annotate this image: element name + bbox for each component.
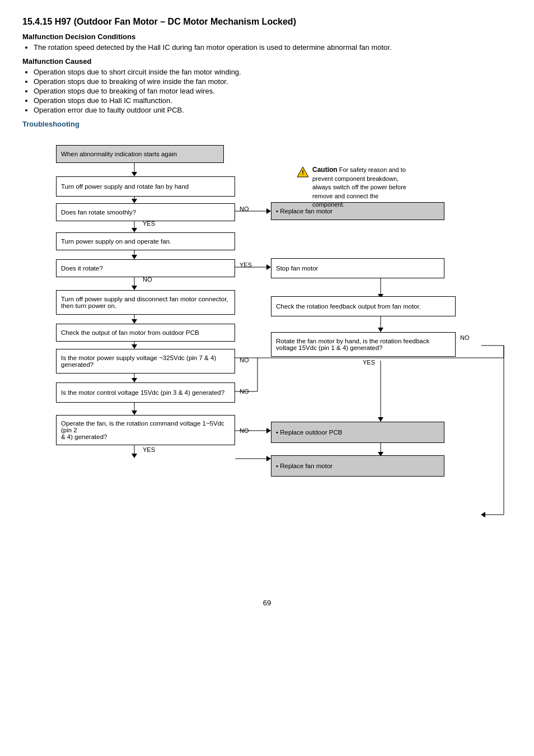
malfunction-decision-heading: Malfunction Decision Conditions xyxy=(22,32,512,41)
svg-marker-35 xyxy=(481,512,485,517)
svg-marker-37 xyxy=(378,417,383,422)
box5-disconnect-connector: Turn off power supply and disconnect fan… xyxy=(56,290,235,315)
svg-marker-25 xyxy=(266,428,271,433)
box1-turn-off-rotate: Turn off power supply and rotate fan by … xyxy=(56,176,235,197)
malfunction-decision-item-1: The rotation speed detected by the Hall … xyxy=(34,43,512,52)
svg-marker-27 xyxy=(132,454,137,458)
svg-marker-41 xyxy=(266,456,271,461)
result-stop-fan-motor: Stop fan motor xyxy=(271,258,444,278)
malfunction-caused-item-3: Operation stops due to breaking of fan m… xyxy=(34,87,512,95)
svg-marker-11 xyxy=(266,264,271,270)
label-no-box9: NO xyxy=(240,427,249,434)
label-no-box7: NO xyxy=(240,357,249,363)
result-check-feedback: Check the rotation feedback output from … xyxy=(271,296,456,316)
start-box: When abnormality indication starts again xyxy=(56,145,224,163)
malfunction-caused-heading: Malfunction Caused xyxy=(22,57,512,66)
svg-marker-13 xyxy=(132,286,137,290)
svg-text:!: ! xyxy=(302,169,304,176)
svg-marker-9 xyxy=(132,255,137,259)
box4-does-it-rotate: Does it rotate? xyxy=(56,259,235,277)
result-rotate-hand-feedback: Rotate the fan motor by hand, is the rot… xyxy=(271,332,456,357)
label-no-box4: NO xyxy=(143,276,152,283)
label-yes-box9: YES xyxy=(143,446,155,453)
caution-triangle-icon: ! xyxy=(297,166,309,178)
flowchart: When abnormality indication starts again… xyxy=(22,134,515,582)
box2-rotate-smoothly: Does fan rotate smoothly? xyxy=(56,203,235,221)
caution-label: Caution xyxy=(312,166,338,174)
label-no-box2: NO xyxy=(240,206,249,212)
box8-motor-control-voltage: Is the motor control voltage 15Vdc (pin … xyxy=(56,382,235,403)
page-number: 69 xyxy=(22,599,512,607)
label-yes-box2: YES xyxy=(143,220,155,227)
svg-marker-7 xyxy=(132,228,137,232)
caution-box: ! Caution For safety reason and to preve… xyxy=(297,165,409,209)
malfunction-caused-item-2: Operation stops due to breaking of wire … xyxy=(34,77,512,86)
troubleshooting-heading: Troubleshooting xyxy=(22,120,512,128)
svg-marker-15 xyxy=(132,319,137,324)
malfunction-caused-list: Operation stops due to short circuit ins… xyxy=(34,68,512,114)
malfunction-caused-item-5: Operation error due to faulty outdoor un… xyxy=(34,106,512,114)
label-yes-box4: YES xyxy=(240,262,252,268)
svg-marker-31 xyxy=(378,328,383,332)
page-title: 15.4.15 H97 (Outdoor Fan Motor – DC Moto… xyxy=(22,17,512,27)
svg-marker-17 xyxy=(132,344,137,349)
box3-turn-power-on-operate: Turn power supply on and operate fan. xyxy=(56,232,235,250)
result-replace-fan-motor-2: • Replace fan motor xyxy=(271,455,444,477)
box9-rotation-command: Operate the fan, is the rotation command… xyxy=(56,415,235,445)
malfunction-caused-item-4: Operation stops due to Hall IC malfuncti… xyxy=(34,96,512,105)
malfunction-decision-list: The rotation speed detected by the Hall … xyxy=(34,43,512,52)
box6-check-output: Check the output of fan motor from outdo… xyxy=(56,324,235,342)
malfunction-caused-item-1: Operation stops due to short circuit ins… xyxy=(34,68,512,76)
label-no-box8: NO xyxy=(240,388,249,395)
label-no-rotate: NO xyxy=(460,334,470,341)
label-yes-rotate: YES xyxy=(363,359,375,366)
result-replace-outdoor-pcb: • Replace outdoor PCB xyxy=(271,422,444,443)
svg-marker-5 xyxy=(266,208,271,214)
svg-marker-1 xyxy=(132,172,137,176)
svg-marker-20 xyxy=(132,378,137,382)
svg-marker-23 xyxy=(132,410,137,415)
svg-marker-3 xyxy=(132,199,137,203)
box7-motor-power-supply: Is the motor power supply voltage ~325Vd… xyxy=(56,349,235,374)
